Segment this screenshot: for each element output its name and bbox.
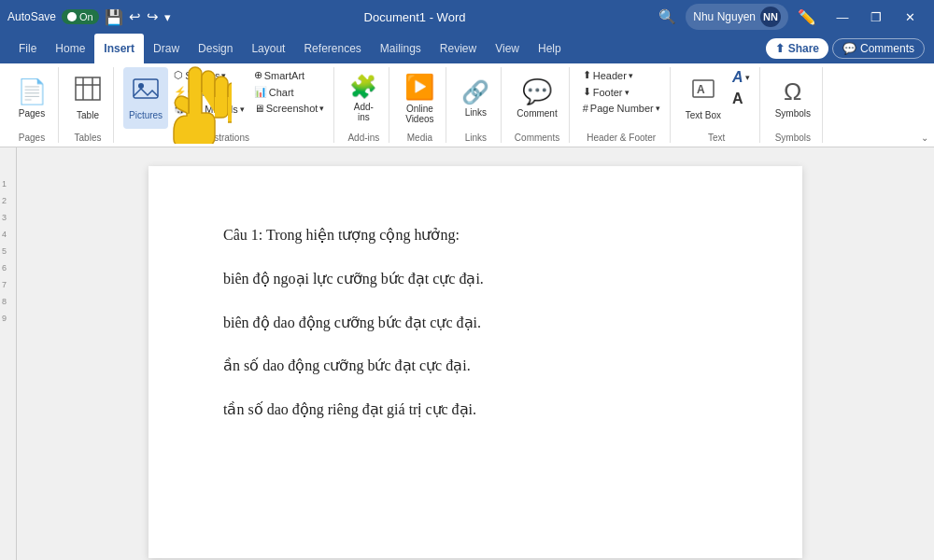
table-button[interactable]: Table [68, 67, 107, 129]
chart-button[interactable]: 📊 Chart [250, 84, 329, 100]
wordart-button[interactable]: A ▾ [729, 67, 754, 88]
title-bar-center: Document1 - Word [364, 10, 466, 24]
illustrations-col2: ⊕ SmartArt 📊 Chart 🖥 Screenshot ▾ [250, 67, 329, 129]
textbox-icon: A [690, 76, 716, 108]
screenshot-icon: 🖥 [254, 103, 264, 114]
tab-home[interactable]: Home [46, 34, 94, 63]
pages-items: 📄 Pages [11, 67, 52, 129]
share-button[interactable]: ⬆ Share [766, 38, 828, 59]
ribbon-group-addins: 🧩 Add-ins Add-ins [338, 67, 389, 143]
headerfooter-items: ⬆ Header ▾ ⬇ Footer ▾ # Page Number ▾ [579, 67, 664, 129]
redo-icon[interactable]: ↪ [147, 8, 159, 25]
document-title: Document1 - Word [364, 10, 466, 24]
ribbon-collapse-button[interactable]: ⌄ [915, 128, 934, 147]
autosave-label: AutoSave [7, 10, 56, 23]
ribbon-group-pages: 📄 Pages Pages [6, 67, 59, 143]
tab-mailings[interactable]: Mailings [371, 34, 431, 63]
headerfooter-group-label: Header & Footer [587, 131, 656, 145]
smartart-label: SmartArt [264, 70, 304, 81]
ribbon-group-symbols: Ω Symbols Symbols [764, 67, 823, 143]
pictures-button[interactable]: Pictures [123, 67, 168, 129]
table-label: Table [77, 110, 99, 120]
doc-line-4: ần số dao động cưỡng bức đạt cực đại. [223, 353, 728, 380]
comments-items: 💬 Comment [511, 67, 562, 129]
svg-rect-4 [134, 79, 158, 98]
header-button[interactable]: ⬆ Header ▾ [579, 67, 664, 83]
links-button[interactable]: 🔗 Links [456, 67, 495, 129]
pictures-icon [132, 76, 160, 108]
search-icon[interactable]: 🔍 [658, 8, 676, 25]
tables-group-label: Tables [75, 131, 102, 145]
addins-label: Add-ins [354, 102, 374, 122]
online-videos-button[interactable]: ▶️ OnlineVideos [399, 67, 440, 129]
close-button[interactable]: ✕ [893, 5, 927, 29]
ribbon-group-comments: 💬 Comment Comments [505, 67, 569, 143]
textbox-label: Text Box [686, 110, 721, 120]
ruler-mark-5: 5 [0, 243, 16, 259]
ribbon-group-headerfooter: ⬆ Header ▾ ⬇ Footer ▾ # Page Number ▾ He… [573, 67, 671, 143]
ribbon-tab-actions: ⬆ Share 💬 Comments [766, 38, 925, 59]
ribbon-group-tables: Table Tables [63, 67, 114, 143]
ribbon-group-text: A Text Box A ▾ A Text [674, 67, 760, 143]
tab-help[interactable]: Help [529, 34, 571, 63]
restore-button[interactable]: ❐ [859, 5, 893, 29]
minimize-button[interactable]: — [826, 5, 859, 29]
links-icon: 🔗 [461, 79, 489, 105]
online-videos-label: OnlineVideos [405, 104, 433, 124]
media-items: ▶️ OnlineVideos [399, 67, 440, 129]
pen-icon[interactable]: ✏️ [798, 8, 816, 26]
doc-area: 1 2 3 4 5 6 7 8 9 Câu 1: Trong hiện tượn… [0, 147, 934, 560]
pictures-label: Pictures [129, 110, 163, 120]
textbox-button[interactable]: A Text Box [680, 67, 727, 129]
svg-rect-0 [76, 77, 100, 100]
user-badge[interactable]: Nhu Nguyen NN [686, 4, 788, 30]
ruler-mark-4: 4 [0, 226, 16, 243]
smartart-button[interactable]: ⊕ SmartArt [250, 67, 329, 83]
symbols-button[interactable]: Ω Symbols [770, 67, 816, 129]
footer-label: Footer [593, 87, 623, 98]
tab-design[interactable]: Design [189, 34, 242, 63]
save-icon[interactable]: 💾 [105, 8, 123, 26]
tab-draw[interactable]: Draw [144, 34, 189, 63]
header-icon: ⬆ [583, 69, 591, 81]
document-page[interactable]: Câu 1: Trong hiện tượng cộng hưởng: biên… [149, 166, 802, 558]
comments-button[interactable]: 💬 Comments [832, 38, 925, 59]
autosave-toggle[interactable]: On [62, 9, 99, 24]
comment-icon: 💬 [522, 77, 552, 106]
text-col: A ▾ A [729, 67, 754, 129]
tab-file[interactable]: File [9, 34, 46, 63]
tab-review[interactable]: Review [431, 34, 486, 63]
tab-view[interactable]: View [486, 34, 529, 63]
ribbon-group-links: 🔗 Links Links [450, 67, 502, 143]
tab-references[interactable]: References [294, 34, 370, 63]
ribbon-group-illustrations: Pictures ⬡ Shapes ▾ ⚡ Icons 🎲 3D Models … [118, 67, 334, 143]
icons-button[interactable]: ⚡ Icons [170, 84, 248, 100]
dropcap-icon: A [732, 91, 743, 107]
addins-button[interactable]: 🧩 Add-ins [344, 67, 383, 129]
page-number-button[interactable]: # Page Number ▾ [579, 101, 664, 116]
tab-layout[interactable]: Layout [242, 34, 294, 63]
more-icon[interactable]: ▾ [164, 10, 171, 24]
undo-icon[interactable]: ↩ [129, 8, 141, 25]
chart-label: Chart [269, 87, 294, 98]
page-container: Câu 1: Trong hiện tượng cộng hưởng: biên… [17, 147, 934, 560]
headerfooter-col: ⬆ Header ▾ ⬇ Footer ▾ # Page Number ▾ [579, 67, 664, 129]
ruler-mark-6: 6 [0, 259, 16, 276]
3dmodels-button[interactable]: 🎲 3D Models ▾ [170, 101, 248, 117]
tab-insert[interactable]: Insert [94, 34, 144, 63]
ruler-mark-2: 2 [0, 192, 16, 209]
illustrations-group-label: Illustrations [202, 131, 249, 145]
shapes-button[interactable]: ⬡ Shapes ▾ [170, 67, 248, 83]
ruler-mark-7: 7 [0, 276, 16, 293]
footer-button[interactable]: ⬇ Footer ▾ [579, 84, 664, 100]
share-label: Share [788, 42, 819, 55]
table-icon [74, 76, 102, 108]
screenshot-button[interactable]: 🖥 Screenshot ▾ [250, 101, 329, 116]
dropcap-button[interactable]: A [729, 89, 754, 109]
illustrations-col: ⬡ Shapes ▾ ⚡ Icons 🎲 3D Models ▾ [170, 67, 248, 129]
pages-button[interactable]: 📄 Pages [11, 67, 52, 129]
comment-button[interactable]: 💬 Comment [511, 67, 562, 129]
title-bar: AutoSave On 💾 ↩ ↪ ▾ Document1 - Word 🔍 N… [0, 0, 934, 34]
links-label: Links [465, 107, 487, 118]
symbols-label: Symbols [775, 108, 811, 119]
